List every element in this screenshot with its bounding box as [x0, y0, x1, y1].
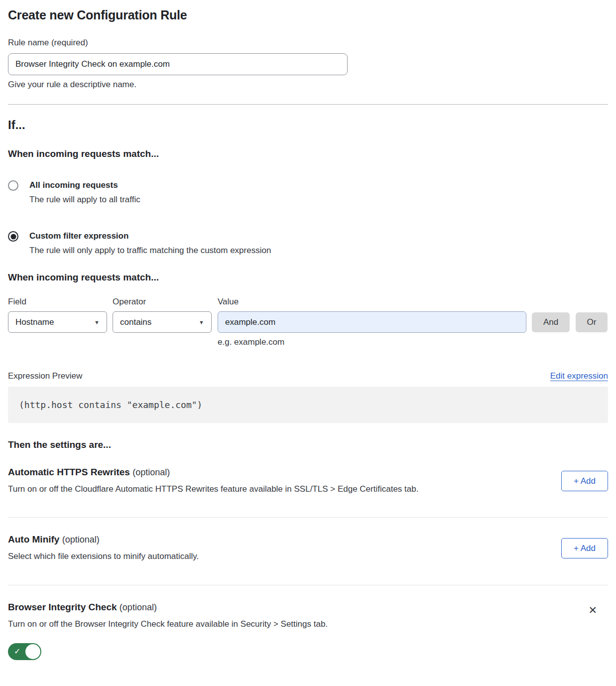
match-heading: When incoming requests match...: [8, 148, 608, 159]
setting-auto-minify: Auto Minify (optional) Select which file…: [8, 534, 608, 561]
value-label: Value: [218, 297, 239, 307]
operator-selected-value: contains: [120, 317, 151, 327]
optional-tag: (optional): [62, 535, 100, 545]
expression-builder-heading: When incoming requests match...: [8, 272, 608, 283]
close-icon[interactable]: ✕: [588, 605, 597, 615]
rule-name-input[interactable]: [8, 53, 348, 75]
setting-title: Auto Minify (optional): [8, 534, 199, 545]
radio-description: The rule will apply to all traffic: [29, 195, 140, 205]
chevron-down-icon: ▼: [199, 319, 204, 325]
setting-name: Browser Integrity Check: [8, 602, 117, 612]
radio-option-all-incoming[interactable]: All incoming requests The rule will appl…: [8, 180, 608, 205]
add-button[interactable]: + Add: [561, 538, 608, 558]
optional-tag: (optional): [120, 602, 157, 612]
field-label: Field: [8, 297, 113, 307]
section-divider: [8, 104, 608, 105]
radio-button-unselected[interactable]: [8, 180, 18, 191]
value-input[interactable]: [218, 311, 526, 333]
if-heading: If...: [8, 118, 608, 132]
operator-select[interactable]: contains ▼: [113, 311, 212, 333]
or-button[interactable]: Or: [576, 312, 608, 332]
rule-name-label: Rule name (required): [8, 38, 608, 48]
setting-description: Turn on or off the Cloudflare Automatic …: [8, 484, 418, 494]
setting-name: Auto Minify: [8, 534, 59, 545]
setting-description: Turn on or off the Browser Integrity Che…: [8, 619, 328, 629]
setting-divider: [8, 517, 608, 518]
expression-preview-label: Expression Preview: [8, 371, 82, 381]
field-select[interactable]: Hostname ▼: [8, 311, 107, 333]
field-selected-value: Hostname: [15, 317, 54, 327]
request-match-radio-group: All incoming requests The rule will appl…: [8, 180, 608, 256]
add-button[interactable]: + Add: [561, 471, 608, 491]
create-configuration-rule-page: Create new Configuration Rule Rule name …: [0, 0, 616, 669]
radio-label[interactable]: Custom filter expression: [29, 231, 271, 241]
value-hint: e.g. example.com: [218, 337, 608, 347]
toggle-knob[interactable]: [25, 644, 40, 659]
expression-builder-labels: Field Operator Value: [8, 297, 608, 307]
setting-browser-integrity-check: Browser Integrity Check (optional) Turn …: [8, 602, 608, 662]
setting-title: Automatic HTTPS Rewrites (optional): [8, 467, 418, 478]
check-icon: ✓: [14, 647, 20, 656]
expression-code-block: (http.host contains "example.com"): [8, 387, 608, 423]
browser-integrity-check-toggle[interactable]: ✓: [8, 643, 41, 660]
settings-heading: Then the settings are...: [8, 439, 608, 450]
expression-code: (http.host contains "example.com"): [19, 400, 202, 410]
setting-automatic-https-rewrites: Automatic HTTPS Rewrites (optional) Turn…: [8, 467, 608, 494]
rule-name-help: Give your rule a descriptive name.: [8, 80, 608, 90]
page-title: Create new Configuration Rule: [8, 8, 608, 22]
radio-label[interactable]: All incoming requests: [29, 180, 140, 190]
setting-title: Browser Integrity Check (optional): [8, 602, 328, 613]
expression-preview-header: Expression Preview Edit expression: [8, 371, 608, 381]
radio-option-custom-filter[interactable]: Custom filter expression The rule will o…: [8, 231, 608, 256]
radio-button-selected[interactable]: [8, 231, 18, 242]
setting-divider: [8, 585, 608, 585]
chevron-down-icon: ▼: [94, 319, 100, 325]
and-button[interactable]: And: [532, 312, 570, 332]
expression-builder-row: Hostname ▼ contains ▼ And Or: [8, 311, 608, 333]
radio-description: The rule will only apply to traffic matc…: [29, 246, 271, 256]
edit-expression-link[interactable]: Edit expression: [550, 371, 608, 381]
optional-tag: (optional): [132, 467, 170, 477]
operator-label: Operator: [113, 297, 218, 307]
setting-name: Automatic HTTPS Rewrites: [8, 467, 130, 477]
setting-description: Select which file extensions to minify a…: [8, 551, 199, 561]
